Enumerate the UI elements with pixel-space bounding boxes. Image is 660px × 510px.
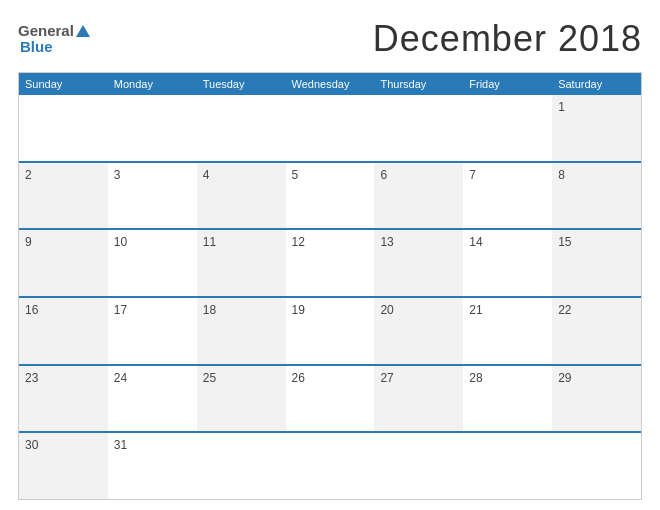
- day-cell-5-2: [197, 433, 286, 499]
- day-cell-0-4: [374, 95, 463, 161]
- header-monday: Monday: [108, 73, 197, 95]
- day-cell-1-3: 5: [286, 163, 375, 229]
- day-cell-3-2: 18: [197, 298, 286, 364]
- week-row-4: 23242526272829: [19, 364, 641, 432]
- header-wednesday: Wednesday: [286, 73, 375, 95]
- logo-triangle-icon: [76, 25, 90, 37]
- week-row-0: 1: [19, 95, 641, 161]
- header-sunday: Sunday: [19, 73, 108, 95]
- header-saturday: Saturday: [552, 73, 641, 95]
- day-cell-4-0: 23: [19, 366, 108, 432]
- day-cell-2-6: 15: [552, 230, 641, 296]
- logo-general: General: [18, 23, 74, 40]
- day-cell-0-6: 1: [552, 95, 641, 161]
- day-cell-5-6: [552, 433, 641, 499]
- page: General Blue December 2018 Sunday Monday…: [0, 0, 660, 510]
- day-cell-3-0: 16: [19, 298, 108, 364]
- header-tuesday: Tuesday: [197, 73, 286, 95]
- day-cell-3-3: 19: [286, 298, 375, 364]
- week-row-1: 2345678: [19, 161, 641, 229]
- day-cell-2-4: 13: [374, 230, 463, 296]
- day-headers: Sunday Monday Tuesday Wednesday Thursday…: [19, 73, 641, 95]
- header: General Blue December 2018: [18, 18, 642, 60]
- day-cell-0-2: [197, 95, 286, 161]
- calendar: Sunday Monday Tuesday Wednesday Thursday…: [18, 72, 642, 500]
- day-cell-2-3: 12: [286, 230, 375, 296]
- week-row-2: 9101112131415: [19, 228, 641, 296]
- weeks: 1234567891011121314151617181920212223242…: [19, 95, 641, 499]
- header-friday: Friday: [463, 73, 552, 95]
- logo-blue: Blue: [20, 39, 90, 56]
- day-cell-1-4: 6: [374, 163, 463, 229]
- day-cell-1-2: 4: [197, 163, 286, 229]
- day-cell-0-0: [19, 95, 108, 161]
- day-cell-5-1: 31: [108, 433, 197, 499]
- day-cell-5-5: [463, 433, 552, 499]
- logo: General Blue: [18, 23, 90, 56]
- day-cell-5-4: [374, 433, 463, 499]
- day-cell-2-5: 14: [463, 230, 552, 296]
- day-cell-2-1: 10: [108, 230, 197, 296]
- day-cell-1-6: 8: [552, 163, 641, 229]
- day-cell-4-3: 26: [286, 366, 375, 432]
- day-cell-0-5: [463, 95, 552, 161]
- day-cell-1-5: 7: [463, 163, 552, 229]
- day-cell-3-5: 21: [463, 298, 552, 364]
- week-row-5: 3031: [19, 431, 641, 499]
- day-cell-0-1: [108, 95, 197, 161]
- day-cell-3-6: 22: [552, 298, 641, 364]
- day-cell-3-4: 20: [374, 298, 463, 364]
- header-thursday: Thursday: [374, 73, 463, 95]
- day-cell-3-1: 17: [108, 298, 197, 364]
- day-cell-0-3: [286, 95, 375, 161]
- day-cell-4-2: 25: [197, 366, 286, 432]
- day-cell-2-2: 11: [197, 230, 286, 296]
- day-cell-4-4: 27: [374, 366, 463, 432]
- day-cell-5-0: 30: [19, 433, 108, 499]
- month-title: December 2018: [373, 18, 642, 60]
- day-cell-1-1: 3: [108, 163, 197, 229]
- day-cell-4-6: 29: [552, 366, 641, 432]
- day-cell-4-1: 24: [108, 366, 197, 432]
- day-cell-4-5: 28: [463, 366, 552, 432]
- week-row-3: 16171819202122: [19, 296, 641, 364]
- day-cell-1-0: 2: [19, 163, 108, 229]
- day-cell-2-0: 9: [19, 230, 108, 296]
- day-cell-5-3: [286, 433, 375, 499]
